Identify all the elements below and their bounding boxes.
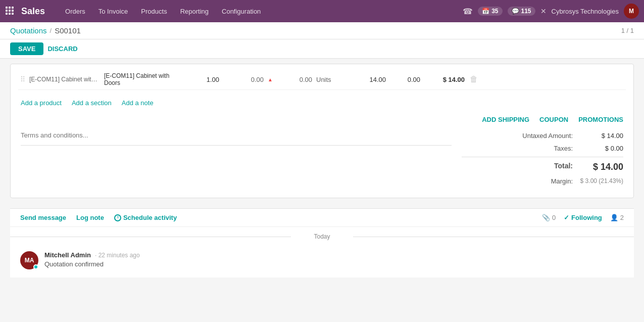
- product-code: [E-COM11] Cabinet with ...: [29, 76, 100, 83]
- nav-orders[interactable]: Orders: [60, 6, 90, 17]
- chatter-section: Send message Log note Schedule activity …: [10, 208, 634, 278]
- action-toolbar: SAVE DISCARD: [0, 39, 644, 59]
- breadcrumb-parent[interactable]: Quotations: [10, 26, 47, 35]
- margin-value: $ 3.00 (21.43%): [573, 177, 623, 185]
- table-row: ⠿ [E-COM11] Cabinet with ... [E-COM11] C…: [18, 69, 626, 90]
- coupon-link[interactable]: COUPON: [539, 116, 568, 123]
- attachment-count: 0: [552, 214, 556, 221]
- log-note-button[interactable]: Log note: [76, 214, 104, 221]
- nav-configuration[interactable]: Configuration: [217, 6, 266, 17]
- taxes-value: $ 0.00: [573, 145, 623, 152]
- message-text: Quotation confirmed: [44, 260, 140, 268]
- svg-rect-2: [12, 7, 14, 9]
- person-icon: 👤: [610, 214, 618, 221]
- calendar-badge[interactable]: 📅 35: [478, 7, 502, 16]
- untaxed-row: Untaxed Amount: $ 14.00: [462, 129, 623, 142]
- chatter-right-actions: 📎 0 ✓ Following 👤 2: [542, 214, 624, 221]
- margin-row: Margin: $ 3.00 (21.43%): [462, 175, 623, 188]
- breadcrumb-current: S00101: [55, 26, 81, 35]
- follower-count: 👤 2: [610, 214, 624, 221]
- terms-input[interactable]: [21, 129, 452, 141]
- message-author: Mitchell Admin: [44, 251, 91, 259]
- paperclip-icon: 📎: [542, 214, 550, 221]
- taxes-row: Taxes: $ 0.00: [462, 142, 623, 155]
- order-lines-section: ⠿ [E-COM11] Cabinet with ... [E-COM11] C…: [11, 64, 633, 95]
- nav-products[interactable]: Products: [136, 6, 172, 17]
- svg-rect-4: [9, 10, 11, 12]
- save-button[interactable]: SAVE: [10, 42, 43, 55]
- schedule-activity-button[interactable]: Schedule activity: [114, 214, 177, 221]
- send-message-button[interactable]: Send message: [20, 214, 66, 221]
- add-product-link[interactable]: Add a product: [21, 99, 62, 107]
- total-row: Total: $ 14.00: [462, 159, 623, 175]
- svg-rect-7: [9, 13, 11, 15]
- chatter-action-bar: Send message Log note Schedule activity …: [10, 209, 634, 227]
- message-body: Mitchell Admin · 22 minutes ago Quotatio…: [44, 251, 140, 269]
- svg-rect-8: [12, 13, 14, 15]
- qty-cell: 1.00: [189, 76, 219, 83]
- calendar-count: 35: [491, 8, 498, 15]
- follower-number: 2: [620, 214, 624, 221]
- summary-section: ADD SHIPPING COUPON PROMOTIONS Untaxed A…: [11, 111, 633, 198]
- promotions-link[interactable]: PROMOTIONS: [578, 116, 623, 123]
- attachment-info: 📎 0: [542, 214, 556, 221]
- avatar-initials: MA: [25, 257, 34, 264]
- calendar-icon: 📅: [482, 8, 489, 15]
- discount-action-links: ADD SHIPPING COUPON PROMOTIONS: [21, 116, 623, 123]
- nav-reporting[interactable]: Reporting: [175, 6, 214, 17]
- uom-cell: Units: [316, 76, 341, 83]
- untaxed-value: $ 14.00: [573, 132, 623, 140]
- chat-icon: 💬: [512, 8, 519, 15]
- nav-right-actions: ☎ 📅 35 💬 115 ✕ Cybrosys Technologies M: [463, 4, 639, 19]
- terms-box: [21, 129, 452, 188]
- messages-badge[interactable]: 💬 115: [508, 7, 535, 16]
- message-header: Mitchell Admin · 22 minutes ago: [44, 251, 140, 259]
- message-avatar: MA: [20, 251, 38, 269]
- delete-line-button[interactable]: 🗑: [469, 75, 479, 84]
- svg-rect-5: [12, 10, 14, 12]
- add-line-actions: Add a product Add a section Add a note: [11, 95, 633, 111]
- timeline-divider: Today: [10, 227, 634, 246]
- drag-handle-icon[interactable]: ⠿: [20, 75, 25, 83]
- svg-rect-0: [6, 7, 8, 9]
- delivered-cell: 0.00: [223, 76, 264, 83]
- message-item: MA Mitchell Admin · 22 minutes ago Quota…: [10, 246, 634, 278]
- user-avatar[interactable]: M: [624, 4, 639, 19]
- invoiced-cell: 0.00: [282, 76, 312, 83]
- total-label: Total:: [462, 162, 573, 172]
- top-navigation: Sales Orders To Invoice Products Reporti…: [0, 0, 644, 22]
- add-section-link[interactable]: Add a section: [72, 99, 112, 107]
- main-nav-links: Orders To Invoice Products Reporting Con…: [60, 6, 463, 17]
- unit-price-cell: 14.00: [345, 76, 386, 83]
- online-indicator: [33, 264, 38, 269]
- svg-rect-1: [9, 7, 11, 9]
- main-content: ⠿ [E-COM11] Cabinet with ... [E-COM11] C…: [0, 59, 644, 278]
- product-name: [E-COM11] Cabinet with Doors: [104, 72, 185, 86]
- message-time: · 22 minutes ago: [95, 252, 140, 259]
- following-label: Following: [571, 214, 602, 221]
- following-button[interactable]: ✓ Following: [564, 214, 602, 221]
- terms-totals-area: Untaxed Amount: $ 14.00 Taxes: $ 0.00 To…: [21, 129, 623, 188]
- margin-label: Margin:: [462, 177, 573, 185]
- nav-to-invoice[interactable]: To Invoice: [93, 6, 133, 17]
- add-shipping-link[interactable]: ADD SHIPPING: [482, 116, 529, 123]
- phone-icon[interactable]: ☎: [463, 7, 473, 16]
- messages-count: 115: [521, 8, 531, 15]
- subtotal-cell: $ 14.00: [424, 76, 465, 83]
- svg-rect-3: [6, 10, 8, 12]
- app-brand: Sales: [21, 6, 45, 17]
- company-name: Cybrosys Technologies: [552, 8, 619, 15]
- clock-icon: [114, 214, 121, 221]
- totals-box: Untaxed Amount: $ 14.00 Taxes: $ 0.00 To…: [462, 129, 623, 188]
- apps-grid-icon[interactable]: [5, 6, 14, 17]
- discard-button[interactable]: DISCARD: [47, 45, 77, 53]
- check-icon: ✓: [564, 214, 569, 221]
- order-card: ⠿ [E-COM11] Cabinet with ... [E-COM11] C…: [10, 64, 634, 198]
- taxes-label: Taxes:: [462, 145, 573, 152]
- discount-cell: 0.00: [390, 76, 420, 83]
- settings-icon[interactable]: ✕: [540, 7, 547, 15]
- breadcrumb-separator: /: [50, 27, 52, 34]
- breadcrumb: Quotations / S00101 1 / 1: [0, 22, 644, 39]
- add-note-link[interactable]: Add a note: [122, 99, 154, 107]
- untaxed-label: Untaxed Amount:: [462, 132, 573, 140]
